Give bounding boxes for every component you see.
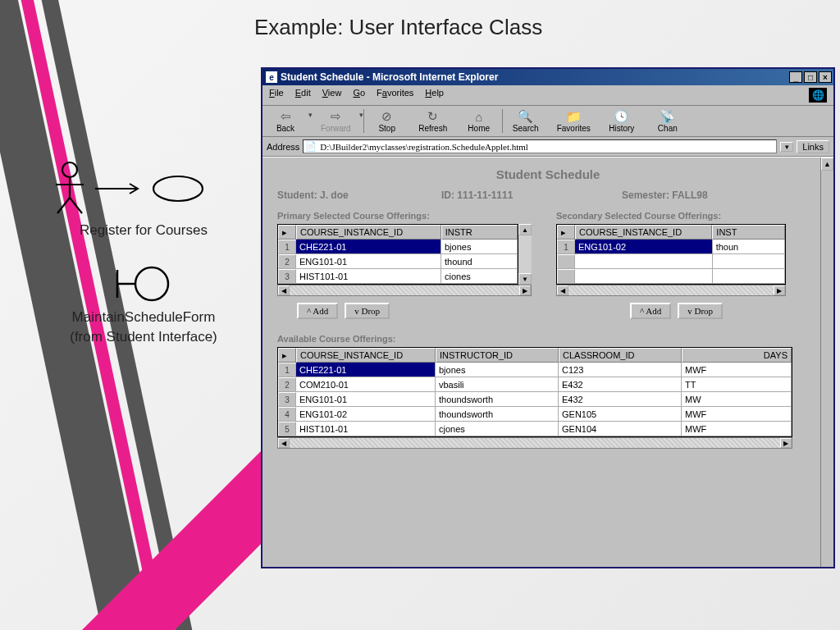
main-vscroll[interactable]: ▲ <box>820 158 833 567</box>
links-button[interactable]: Links <box>797 140 829 153</box>
col-course[interactable]: COURSE_INSTANCE_ID <box>296 225 441 240</box>
cell-instr <box>713 269 785 284</box>
refresh-button[interactable]: ↻ Refresh <box>410 107 456 135</box>
scroll-right-icon[interactable]: ▶ <box>774 285 785 295</box>
back-button[interactable]: ⇦ Back <box>262 107 308 135</box>
favorites-icon: 📁 <box>564 109 582 124</box>
svg-point-6 <box>153 176 203 201</box>
favorites-button[interactable]: 📁 Favorites <box>549 107 599 135</box>
col-classroom[interactable]: CLASSROOM_ID <box>559 348 682 363</box>
menu-go[interactable]: Go <box>353 88 365 103</box>
stop-icon: ⊘ <box>378 109 396 124</box>
boundary-label-2: (from Student Interface) <box>41 329 246 345</box>
col-instr[interactable]: INSTR <box>441 225 518 240</box>
secondary-add-button[interactable]: ^ Add <box>630 303 671 319</box>
primary-hscroll[interactable]: ◀ ▶ <box>277 285 532 296</box>
cell-course: ENG101-02 <box>296 407 436 422</box>
slide-title: Example: User Interface Class <box>254 15 542 40</box>
secondary-drop-button[interactable]: v Drop <box>678 303 723 319</box>
history-button[interactable]: 🕓 History <box>599 107 645 135</box>
window-title: Student Schedule - Microsoft Internet Ex… <box>281 71 498 83</box>
ie-logo-icon: 🌐 <box>809 88 827 103</box>
home-icon: ⌂ <box>470 109 488 124</box>
table-row[interactable]: 1 CHE221-01 bjones <box>278 240 518 254</box>
available-label: Available Course Offerings: <box>277 334 819 344</box>
forward-arrow-icon: ⇨ <box>326 109 345 124</box>
scroll-left-icon[interactable]: ◀ <box>557 285 568 295</box>
minimize-button[interactable]: _ <box>789 71 802 83</box>
home-button[interactable]: ⌂ Home <box>456 107 502 135</box>
row-num: 2 <box>278 377 296 392</box>
cell-days: MW <box>682 392 792 407</box>
col-instr[interactable]: INST <box>712 225 785 240</box>
cell-classroom: GEN104 <box>559 422 682 436</box>
table-row[interactable]: 3 HIST101-01 ciones <box>278 269 518 284</box>
home-label: Home <box>468 124 490 133</box>
row-num: 2 <box>278 254 296 269</box>
table-row[interactable]: 3 ENG101-01 thoundsworth E432 MW <box>278 392 792 407</box>
col-course[interactable]: COURSE_INSTANCE_ID <box>296 348 436 363</box>
scroll-left-icon[interactable]: ◀ <box>278 285 290 295</box>
svg-point-0 <box>62 162 77 177</box>
col-course[interactable]: COURSE_INSTANCE_ID <box>575 225 712 240</box>
table-row[interactable]: 2 COM210-01 vbasili E432 TT <box>278 377 792 392</box>
available-grid[interactable]: ▸ COURSE_INSTANCE_ID INSTRUCTOR_ID CLASS… <box>277 347 792 437</box>
usecase-label: Register for Courses <box>41 222 246 239</box>
page-icon: 📄 <box>305 141 317 152</box>
address-input[interactable] <box>320 142 774 152</box>
channels-button[interactable]: 📡 Chan <box>645 107 691 135</box>
history-label: History <box>609 124 634 133</box>
menu-edit[interactable]: Edit <box>295 88 311 103</box>
forward-button[interactable]: ⇨ Forward <box>313 107 359 135</box>
row-num <box>557 254 575 269</box>
row-num: 4 <box>278 407 296 422</box>
cell-classroom: GEN105 <box>559 407 682 422</box>
assoc-arrow-icon <box>95 180 144 197</box>
table-row <box>557 254 785 269</box>
primary-vscroll[interactable]: ▲ ▼ <box>518 224 532 285</box>
primary-add-button[interactable]: ^ Add <box>297 303 338 319</box>
scroll-up-icon[interactable]: ▲ <box>518 224 532 235</box>
scroll-up-icon[interactable]: ▲ <box>821 158 833 171</box>
table-row[interactable]: 5 HIST101-01 cjones GEN104 MWF <box>278 422 792 436</box>
app-icon: e <box>266 71 277 83</box>
col-instructor[interactable]: INSTRUCTOR_ID <box>436 348 559 363</box>
scroll-down-icon[interactable]: ▼ <box>518 273 532 285</box>
table-row[interactable]: 2 ENG101-01 thound <box>278 254 518 269</box>
address-field-wrap: 📄 <box>303 139 777 153</box>
maximize-button[interactable]: □ <box>804 71 817 83</box>
forward-label: Forward <box>321 124 351 133</box>
cell-instructor: vbasili <box>436 377 559 392</box>
table-row[interactable]: 4 ENG101-02 thoundsworth GEN105 MWF <box>278 407 792 422</box>
available-hscroll[interactable]: ◀ ▶ <box>277 437 792 449</box>
search-icon: 🔍 <box>517 109 535 124</box>
cell-course: COM210-01 <box>296 377 436 392</box>
menu-help[interactable]: Help <box>425 88 444 103</box>
menu-favorites[interactable]: Favorites <box>377 88 413 103</box>
boundary-class-icon <box>111 263 176 304</box>
cell-instructor: thoundsworth <box>436 392 559 407</box>
row-num: 1 <box>278 363 296 377</box>
col-days[interactable]: DAYS <box>682 348 792 363</box>
menu-view[interactable]: View <box>322 88 342 103</box>
scroll-right-icon[interactable]: ▶ <box>780 438 792 448</box>
scroll-left-icon[interactable]: ◀ <box>278 438 290 448</box>
address-dropdown[interactable]: ▾ <box>780 142 793 152</box>
menu-file[interactable]: File <box>269 88 284 103</box>
secondary-grid[interactable]: ▸ COURSE_INSTANCE_ID INST 1 ENG101-02 th… <box>556 224 786 285</box>
cell-classroom: E432 <box>559 392 682 407</box>
search-button[interactable]: 🔍 Search <box>503 107 549 135</box>
boundary-label-1: MaintainScheduleForm <box>41 309 246 326</box>
table-row[interactable]: 1 CHE221-01 bjones C123 MWF <box>278 363 792 377</box>
row-num: 3 <box>278 392 296 407</box>
table-row[interactable]: 1 ENG101-02 thoun <box>557 240 785 254</box>
secondary-hscroll[interactable]: ◀ ▶ <box>556 285 786 296</box>
scroll-right-icon[interactable]: ▶ <box>519 285 531 295</box>
primary-grid[interactable]: ▸ COURSE_INSTANCE_ID INSTR 1 CHE221-01 b… <box>277 224 518 285</box>
channels-icon: 📡 <box>659 109 677 124</box>
address-bar: Address 📄 ▾ Links <box>262 137 833 157</box>
close-button[interactable]: × <box>819 71 832 83</box>
primary-drop-button[interactable]: v Drop <box>345 303 390 319</box>
stop-button[interactable]: ⊘ Stop <box>364 107 410 135</box>
cell-course: ENG101-02 <box>575 240 713 254</box>
